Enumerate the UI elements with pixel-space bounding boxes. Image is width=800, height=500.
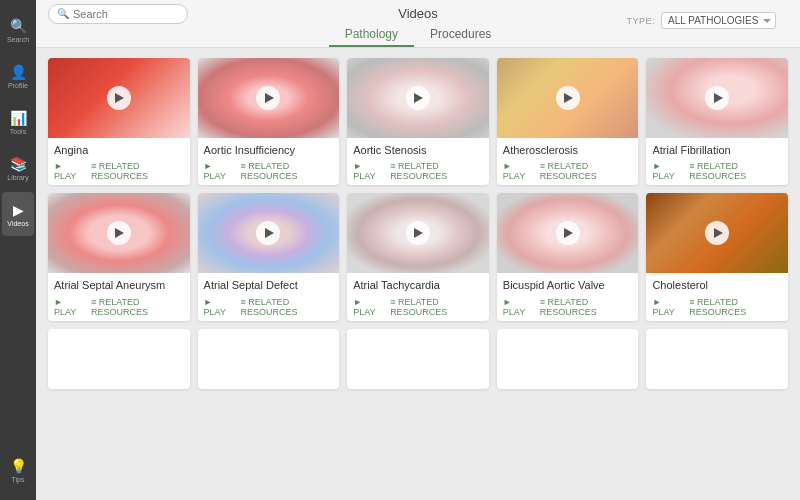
play-button-afib[interactable] (705, 86, 729, 110)
search-input[interactable] (73, 8, 179, 20)
video-info-afib: Atrial Fibrillation ► PLAY ≡ RELATED RES… (646, 138, 788, 185)
play-action-atrial-aneu[interactable]: ► PLAY (54, 297, 83, 317)
search-box[interactable]: 🔍 (48, 4, 188, 24)
sidebar: 🔍 Search 👤 Profile 📊 Tools 📚 Library ▶ V… (0, 0, 36, 500)
resources-action-athero[interactable]: ≡ RELATED RESOURCES (540, 161, 633, 181)
play-button-athero[interactable] (556, 86, 580, 110)
play-action-aortic-sten[interactable]: ► PLAY (353, 161, 382, 181)
video-card-cholesterol[interactable]: Cholesterol ► PLAY ≡ RELATED RESOURCES (646, 193, 788, 320)
video-card-atrial-def[interactable]: Atrial Septal Defect ► PLAY ≡ RELATED RE… (198, 193, 340, 320)
play-button-atrial-tach[interactable] (406, 221, 430, 245)
video-card-aortic-insuf[interactable]: Aortic Insufficiency ► PLAY ≡ RELATED RE… (198, 58, 340, 185)
tab-procedures[interactable]: Procedures (414, 23, 507, 47)
video-actions-angina: ► PLAY ≡ RELATED RESOURCES (54, 161, 184, 181)
video-card-bicuspid[interactable]: Bicuspid Aortic Valve ► PLAY ≡ RELATED R… (497, 193, 639, 320)
video-card-r3b[interactable] (198, 329, 340, 389)
video-grid-row2: Atrial Septal Aneurysm ► PLAY ≡ RELATED … (48, 193, 788, 320)
video-title-afib: Atrial Fibrillation (652, 143, 782, 157)
tips-icon: 💡 (10, 458, 27, 474)
video-info-atrial-aneu: Atrial Septal Aneurysm ► PLAY ≡ RELATED … (48, 273, 190, 320)
video-thumb-afib (646, 58, 788, 138)
tab-pathology[interactable]: Pathology (329, 23, 414, 47)
sidebar-label-videos: Videos (7, 220, 28, 227)
sidebar-item-search[interactable]: 🔍 Search (2, 8, 34, 52)
sidebar-item-library[interactable]: 📚 Library (2, 146, 34, 190)
video-title-athero: Atherosclerosis (503, 143, 633, 157)
video-actions-athero: ► PLAY ≡ RELATED RESOURCES (503, 161, 633, 181)
play-button-cholesterol[interactable] (705, 221, 729, 245)
video-card-athero[interactable]: Atherosclerosis ► PLAY ≡ RELATED RESOURC… (497, 58, 639, 185)
filter-row: TYPE: ALL PATHOLOGIES (626, 12, 776, 29)
videos-icon: ▶ (13, 202, 24, 218)
video-card-angina[interactable]: Angina ► PLAY ≡ RELATED RESOURCES (48, 58, 190, 185)
filter-label: TYPE: (626, 16, 655, 26)
video-title-angina: Angina (54, 143, 184, 157)
video-info-aortic-sten: Aortic Stenosis ► PLAY ≡ RELATED RESOURC… (347, 138, 489, 185)
video-card-aortic-sten[interactable]: Aortic Stenosis ► PLAY ≡ RELATED RESOURC… (347, 58, 489, 185)
resources-action-atrial-def[interactable]: ≡ RELATED RESOURCES (241, 297, 334, 317)
resources-action-bicuspid[interactable]: ≡ RELATED RESOURCES (540, 297, 633, 317)
video-info-cholesterol: Cholesterol ► PLAY ≡ RELATED RESOURCES (646, 273, 788, 320)
play-button-atrial-aneu[interactable] (107, 221, 131, 245)
video-card-r3d[interactable] (497, 329, 639, 389)
video-info-atrial-def: Atrial Septal Defect ► PLAY ≡ RELATED RE… (198, 273, 340, 320)
video-title-aortic-insuf: Aortic Insufficiency (204, 143, 334, 157)
play-button-angina[interactable] (107, 86, 131, 110)
video-card-r3c[interactable] (347, 329, 489, 389)
play-action-afib[interactable]: ► PLAY (652, 161, 681, 181)
video-thumb-athero (497, 58, 639, 138)
video-thumb-atrial-tach (347, 193, 489, 273)
sidebar-item-profile[interactable]: 👤 Profile (2, 54, 34, 98)
resources-action-cholesterol[interactable]: ≡ RELATED RESOURCES (689, 297, 782, 317)
video-title-atrial-aneu: Atrial Septal Aneurysm (54, 278, 184, 292)
library-icon: 📚 (10, 156, 27, 172)
video-thumb-cholesterol (646, 193, 788, 273)
video-card-atrial-aneu[interactable]: Atrial Septal Aneurysm ► PLAY ≡ RELATED … (48, 193, 190, 320)
resources-action-angina[interactable]: ≡ RELATED RESOURCES (91, 161, 184, 181)
play-action-bicuspid[interactable]: ► PLAY (503, 297, 532, 317)
sidebar-item-videos[interactable]: ▶ Videos (2, 192, 34, 236)
resources-action-afib[interactable]: ≡ RELATED RESOURCES (689, 161, 782, 181)
filter-select[interactable]: ALL PATHOLOGIES (661, 12, 776, 29)
play-action-aortic-insuf[interactable]: ► PLAY (204, 161, 233, 181)
resources-action-atrial-tach[interactable]: ≡ RELATED RESOURCES (390, 297, 483, 317)
resources-action-atrial-aneu[interactable]: ≡ RELATED RESOURCES (91, 297, 184, 317)
play-action-cholesterol[interactable]: ► PLAY (652, 297, 681, 317)
video-actions-atrial-tach: ► PLAY ≡ RELATED RESOURCES (353, 297, 483, 317)
video-thumb-aortic-sten (347, 58, 489, 138)
video-card-afib[interactable]: Atrial Fibrillation ► PLAY ≡ RELATED RES… (646, 58, 788, 185)
video-card-r3e[interactable] (646, 329, 788, 389)
sidebar-item-tips[interactable]: 💡 Tips (2, 448, 34, 492)
tools-icon: 📊 (10, 110, 27, 126)
sidebar-label-tips: Tips (12, 476, 25, 483)
play-action-atrial-tach[interactable]: ► PLAY (353, 297, 382, 317)
video-card-r3a[interactable] (48, 329, 190, 389)
resources-action-aortic-sten[interactable]: ≡ RELATED RESOURCES (390, 161, 483, 181)
video-info-athero: Atherosclerosis ► PLAY ≡ RELATED RESOURC… (497, 138, 639, 185)
video-thumb-aortic-insuf (198, 58, 340, 138)
play-button-atrial-def[interactable] (256, 221, 280, 245)
sidebar-label-tools: Tools (10, 128, 26, 135)
video-actions-cholesterol: ► PLAY ≡ RELATED RESOURCES (652, 297, 782, 317)
resources-action-aortic-insuf[interactable]: ≡ RELATED RESOURCES (241, 161, 334, 181)
play-action-atrial-def[interactable]: ► PLAY (204, 297, 233, 317)
video-actions-aortic-insuf: ► PLAY ≡ RELATED RESOURCES (204, 161, 334, 181)
play-button-aortic-sten[interactable] (406, 86, 430, 110)
play-button-bicuspid[interactable] (556, 221, 580, 245)
video-title-cholesterol: Cholesterol (652, 278, 782, 292)
play-action-athero[interactable]: ► PLAY (503, 161, 532, 181)
sidebar-label-library: Library (7, 174, 28, 181)
video-actions-atrial-aneu: ► PLAY ≡ RELATED RESOURCES (54, 297, 184, 317)
profile-icon: 👤 (10, 64, 27, 80)
video-thumb-bicuspid (497, 193, 639, 273)
video-info-atrial-tach: Atrial Tachycardia ► PLAY ≡ RELATED RESO… (347, 273, 489, 320)
sidebar-item-tools[interactable]: 📊 Tools (2, 100, 34, 144)
video-card-atrial-tach[interactable]: Atrial Tachycardia ► PLAY ≡ RELATED RESO… (347, 193, 489, 320)
play-action-angina[interactable]: ► PLAY (54, 161, 83, 181)
video-grid-row1: Angina ► PLAY ≡ RELATED RESOURCES Aortic… (48, 58, 788, 185)
video-thumb-angina (48, 58, 190, 138)
video-info-aortic-insuf: Aortic Insufficiency ► PLAY ≡ RELATED RE… (198, 138, 340, 185)
video-title-aortic-sten: Aortic Stenosis (353, 143, 483, 157)
play-button-aortic-insuf[interactable] (256, 86, 280, 110)
video-title-atrial-tach: Atrial Tachycardia (353, 278, 483, 292)
